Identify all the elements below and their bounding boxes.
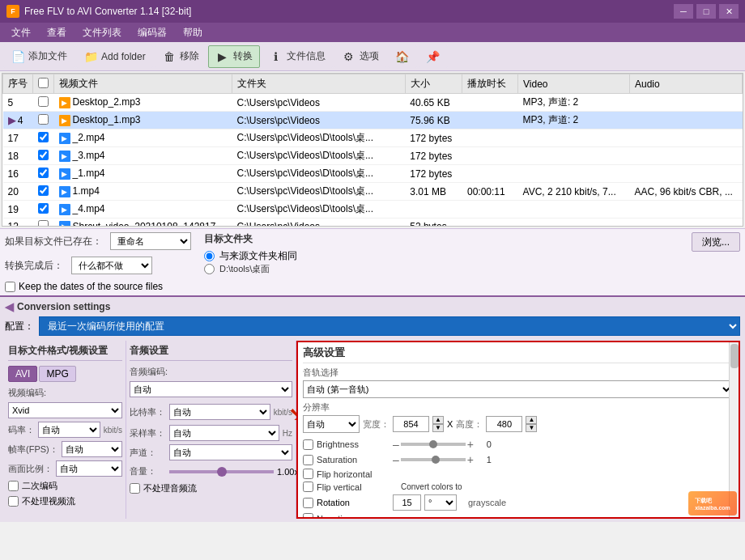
- rotation-select[interactable]: °: [424, 494, 457, 511]
- negative-label: Negative: [317, 514, 390, 520]
- table-row[interactable]: 12 ▶Shrcut_video_20210108_142817_893.mp4…: [3, 218, 743, 227]
- row-audio: [630, 129, 743, 147]
- brightness-checkbox[interactable]: [303, 439, 313, 450]
- brightness-minus[interactable]: –: [393, 438, 399, 451]
- height-label: 高度：: [456, 418, 483, 431]
- brightness-plus[interactable]: +: [467, 438, 474, 451]
- row-size: 40.65 KB: [405, 94, 462, 112]
- row-name: ▶Desktop_2.mp3: [54, 94, 232, 112]
- remove-label: 移除: [180, 49, 199, 63]
- table-row[interactable]: 19 ▶_4.mp4 C:\Users\pc\Videos\D\tools\桌.…: [3, 201, 743, 218]
- dual-encoding-checkbox[interactable]: [8, 481, 19, 491]
- scroll-thumb[interactable]: [730, 344, 739, 368]
- saturation-plus[interactable]: +: [467, 453, 474, 466]
- resolution-select[interactable]: 自动: [303, 415, 360, 433]
- row-checkbox-cell[interactable]: [33, 112, 54, 129]
- video-codec-select[interactable]: Xvid: [8, 402, 122, 418]
- saturation-slider[interactable]: [401, 458, 466, 461]
- menu-file[interactable]: 文件: [3, 24, 39, 41]
- audio-bitrate-select[interactable]: 自动: [169, 404, 270, 420]
- col-duration: 播放时长: [462, 74, 518, 94]
- menu-encoder[interactable]: 编码器: [130, 24, 175, 41]
- saturation-checkbox[interactable]: [303, 455, 313, 465]
- height-down[interactable]: ▼: [526, 424, 537, 432]
- keep-dates-checkbox[interactable]: [5, 282, 15, 292]
- row-checkbox-cell[interactable]: [33, 165, 54, 183]
- add-file-button[interactable]: 📄 添加文件: [3, 45, 74, 68]
- table-row[interactable]: 16 ▶_1.mp4 C:\Users\pc\Videos\D\tools\桌.…: [3, 165, 743, 183]
- rotation-checkbox[interactable]: [303, 498, 313, 508]
- channels-select[interactable]: 自动: [169, 444, 292, 460]
- app-icon: F: [6, 5, 19, 18]
- custom-path-radio[interactable]: [204, 264, 215, 274]
- minimize-button[interactable]: ─: [674, 4, 693, 19]
- after-convert-select[interactable]: 什么都不做: [71, 257, 152, 274]
- row-video: [518, 218, 630, 227]
- options-button[interactable]: ⚙ 选项: [334, 45, 386, 68]
- maximize-button[interactable]: □: [696, 4, 716, 19]
- row-checkbox-cell[interactable]: [33, 147, 54, 165]
- width-spinner[interactable]: ▲ ▼: [432, 416, 444, 432]
- saturation-label: Saturation: [317, 455, 390, 465]
- saturation-minus[interactable]: –: [393, 453, 399, 466]
- menu-view[interactable]: 查看: [39, 24, 74, 41]
- home-button[interactable]: 🏠: [388, 45, 417, 68]
- row-checkbox-cell[interactable]: [33, 183, 54, 201]
- file-info-button[interactable]: ℹ 文件信息: [262, 45, 333, 68]
- table-row[interactable]: 17 ▶_2.mp4 C:\Users\pc\Videos\D\tools\桌.…: [3, 129, 743, 147]
- flip-h-checkbox[interactable]: [303, 469, 313, 479]
- flip-v-checkbox[interactable]: [303, 482, 313, 492]
- height-input[interactable]: [486, 416, 522, 432]
- row-seq: 17: [3, 129, 33, 147]
- select-all-checkbox[interactable]: [38, 78, 49, 88]
- tab-avi[interactable]: AVI: [8, 366, 37, 382]
- same-source-radio[interactable]: [204, 251, 215, 261]
- rotation-input[interactable]: [393, 494, 421, 511]
- close-button[interactable]: ✕: [719, 4, 739, 19]
- browse-button[interactable]: 浏览...: [692, 232, 740, 252]
- volume-slider[interactable]: [169, 470, 274, 473]
- audio-track-select[interactable]: 自动 (第一音轨): [303, 380, 734, 398]
- height-spinner[interactable]: ▲ ▼: [526, 416, 537, 432]
- add-folder-button[interactable]: 📁 Add folder: [76, 45, 153, 68]
- existing-file-select[interactable]: 重命名: [110, 232, 191, 250]
- negative-checkbox[interactable]: [303, 513, 313, 519]
- video-settings-col: 目标文件格式/视频设置 AVI MPG 视频编码: Xvid 码率： 自动 kb…: [5, 341, 126, 519]
- saturation-slider-container: – + 1: [393, 453, 734, 466]
- profile-select[interactable]: 最近一次编码所使用的配置: [39, 316, 740, 336]
- aspect-select[interactable]: 自动: [56, 460, 122, 477]
- brightness-slider[interactable]: [401, 443, 466, 446]
- no-process-audio-checkbox[interactable]: [130, 483, 140, 494]
- home-icon: 🏠: [395, 49, 410, 64]
- watermark: 下载吧xiazaiba.com: [688, 491, 737, 515]
- bitrate-select[interactable]: 自动: [38, 422, 100, 438]
- tab-mpg[interactable]: MPG: [39, 366, 75, 382]
- width-down[interactable]: ▼: [432, 424, 444, 432]
- height-up[interactable]: ▲: [526, 416, 537, 424]
- table-row[interactable]: ▶ 4 ▶Desktop_1.mp3 C:\Users\pc\Videos 75…: [3, 112, 743, 129]
- menu-help[interactable]: 帮助: [175, 24, 211, 41]
- row-checkbox-cell[interactable]: [33, 129, 54, 147]
- remove-button[interactable]: 🗑 移除: [155, 45, 206, 68]
- width-up[interactable]: ▲: [432, 416, 444, 424]
- audio-codec-select[interactable]: 自动: [130, 381, 292, 397]
- table-row[interactable]: 20 ▶1.mp4 C:\Users\pc\Videos\D\tools\桌..…: [3, 183, 743, 201]
- row-checkbox-cell[interactable]: [33, 201, 54, 218]
- convert-button[interactable]: ▶ 转换: [208, 45, 260, 68]
- row-name: ▶_3.mp4: [54, 147, 232, 165]
- convert-colors-container: Convert colors to: [401, 482, 462, 491]
- pin-button[interactable]: 📌: [419, 45, 448, 68]
- bitrate-label: 码率：: [8, 424, 35, 436]
- table-row[interactable]: 18 ▶_3.mp4 C:\Users\pc\Videos\D\tools\桌.…: [3, 147, 743, 165]
- width-input[interactable]: [393, 416, 429, 432]
- row-duration: [462, 112, 518, 129]
- menu-filelist[interactable]: 文件列表: [74, 24, 130, 41]
- table-row[interactable]: 5 ▶Desktop_2.mp3 C:\Users\pc\Videos 40.6…: [3, 94, 743, 112]
- no-process-video-checkbox[interactable]: [8, 496, 19, 507]
- fps-select[interactable]: 自动: [62, 441, 122, 457]
- samplerate-select[interactable]: 自动: [169, 425, 279, 441]
- row-checkbox-cell[interactable]: [33, 94, 54, 112]
- row-checkbox-cell[interactable]: [33, 218, 54, 227]
- audio-codec-label: 音频编码:: [130, 366, 168, 378]
- fps-label: 帧率(FPS)：: [8, 443, 58, 456]
